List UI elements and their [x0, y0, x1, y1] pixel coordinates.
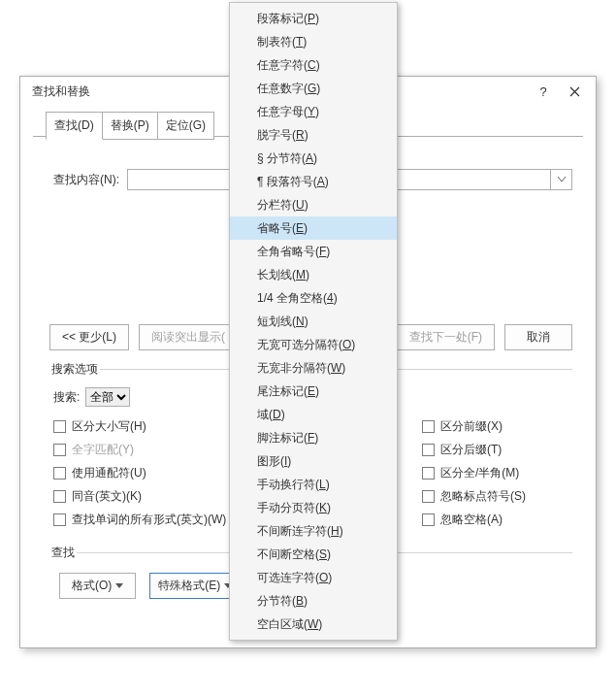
menu-item[interactable]: 手动换行符(L) — [230, 473, 397, 496]
chevron-down-icon — [558, 177, 566, 182]
menu-item[interactable]: 域(D) — [230, 403, 397, 426]
chk-ignore-space[interactable]: 忽略空格(A) — [422, 512, 572, 528]
menu-item[interactable]: 不间断连字符(H) — [230, 519, 397, 543]
menu-item[interactable]: ¶ 段落符号(A) — [230, 170, 397, 193]
tab-find[interactable]: 查找(D) — [46, 112, 103, 140]
checkbox-icon — [53, 444, 66, 456]
checkbox-icon — [422, 444, 435, 456]
search-direction-select[interactable]: 全部 — [85, 387, 130, 407]
menu-item[interactable]: 尾注标记(E) — [230, 380, 397, 403]
menu-item[interactable]: 短划线(N) — [230, 310, 397, 333]
checkbox-icon — [422, 490, 435, 503]
less-button[interactable]: << 更少(L) — [49, 324, 129, 350]
menu-item[interactable]: 省略号(E) — [230, 216, 397, 240]
menu-item[interactable]: 无宽可选分隔符(O) — [230, 333, 397, 356]
tab-goto[interactable]: 定位(G) — [157, 112, 214, 140]
checkbox-icon — [422, 467, 435, 480]
menu-item[interactable]: 脱字号(R) — [230, 123, 397, 147]
search-options-legend: 搜索选项 — [49, 361, 100, 378]
checkbox-icon — [53, 420, 66, 433]
options-col-right: 区分前缀(X) 区分后缀(T) 区分全/半角(M) 忽略标点符号(S) 忽略空格… — [422, 414, 572, 535]
checkbox-icon — [53, 490, 66, 503]
format-button[interactable]: 格式(O) — [59, 573, 136, 599]
chevron-down-icon — [115, 583, 123, 588]
menu-item[interactable]: 图形(I) — [230, 449, 397, 473]
menu-item[interactable]: 1/4 全角空格(4) — [230, 286, 397, 310]
menu-item[interactable]: 长划线(M) — [230, 263, 397, 286]
menu-item[interactable]: 分节符(B) — [230, 589, 397, 612]
menu-item[interactable]: 任意字符(C) — [230, 53, 397, 77]
chk-ignore-punct[interactable]: 忽略标点符号(S) — [422, 488, 572, 505]
close-button[interactable] — [559, 80, 590, 103]
menu-item[interactable]: 手动分页符(K) — [230, 496, 397, 519]
menu-item[interactable]: 全角省略号(F) — [230, 240, 397, 263]
menu-item[interactable]: § 分节符(A) — [230, 147, 397, 170]
menu-item[interactable]: 制表符(T) — [230, 30, 397, 53]
tab-replace[interactable]: 替换(P) — [102, 112, 158, 140]
menu-item[interactable]: 无宽非分隔符(W) — [230, 356, 397, 380]
checkbox-icon — [53, 513, 66, 526]
checkbox-icon — [53, 467, 66, 480]
cancel-button[interactable]: 取消 — [504, 324, 572, 350]
close-icon — [569, 86, 580, 97]
find-next-button[interactable]: 查找下一处(F) — [397, 324, 495, 350]
menu-item[interactable]: 脚注标记(F) — [230, 426, 397, 449]
checkbox-icon — [422, 513, 435, 526]
menu-item[interactable]: 分栏符(U) — [230, 193, 397, 216]
help-button[interactable]: ? — [528, 80, 559, 103]
search-direction-label: 搜索: — [53, 389, 80, 406]
special-format-menu: 段落标记(P)制表符(T)任意字符(C)任意数字(G)任意字母(Y)脱字号(R)… — [229, 2, 398, 641]
find-section-legend: 查找 — [49, 545, 77, 561]
menu-item[interactable]: 任意数字(G) — [230, 77, 397, 100]
chk-prefix[interactable]: 区分前缀(X) — [422, 418, 572, 435]
menu-item[interactable]: 空白区域(W) — [230, 612, 397, 636]
menu-item[interactable]: 段落标记(P) — [230, 7, 397, 30]
find-label: 查找内容(N): — [53, 172, 119, 188]
menu-item[interactable]: 可选连字符(O) — [230, 566, 397, 589]
menu-item[interactable]: 任意字母(Y) — [230, 100, 397, 123]
find-history-dropdown[interactable] — [551, 169, 572, 190]
chk-full-half[interactable]: 区分全/半角(M) — [422, 465, 572, 481]
checkbox-icon — [422, 420, 435, 433]
chk-suffix[interactable]: 区分后缀(T) — [422, 442, 572, 458]
special-format-button[interactable]: 特殊格式(E) — [149, 573, 241, 599]
menu-item[interactable]: 不间断空格(S) — [230, 543, 397, 566]
